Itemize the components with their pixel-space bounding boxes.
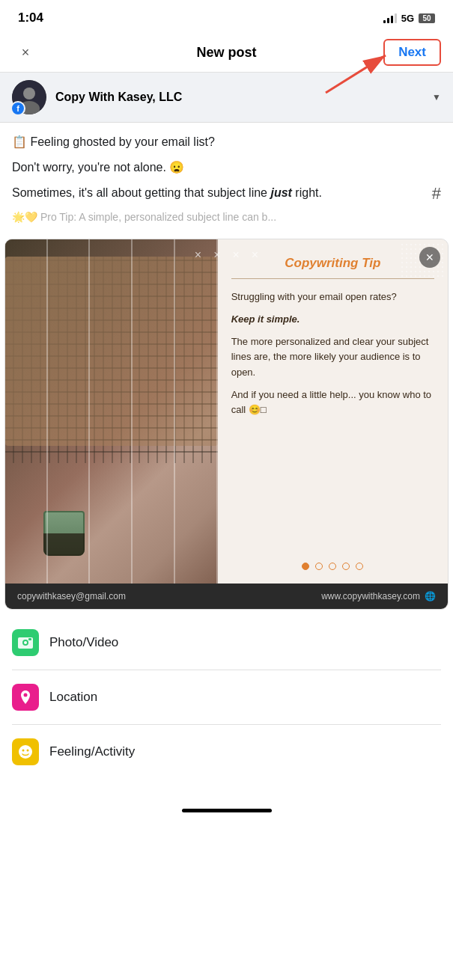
x-marks: × × × ×	[195, 248, 258, 262]
account-row[interactable]: f Copy With Kasey, LLC ▼	[0, 73, 453, 123]
facebook-badge: f	[10, 101, 25, 116]
image-card-inner: Copywriting Tip Struggling with your ema…	[5, 239, 448, 584]
tip-text-2: Keep it simple.	[231, 312, 434, 327]
photo-video-item[interactable]: Photo/Video	[12, 616, 441, 670]
post-line-2: Don't worry, you're not alone. 😦	[12, 159, 441, 177]
tip-body: Struggling with your email open rates? K…	[231, 290, 434, 417]
tip-text-3: The more personalized and clear your sub…	[231, 334, 434, 379]
post-partial-line: 🌟💛 Pro Tip: A simple, personalized subje…	[12, 209, 441, 225]
post-line-1: 📋 Feeling ghosted by your email list?	[12, 133, 441, 151]
footer-right: www.copywithkasey.com 🌐	[321, 591, 436, 601]
dropdown-icon[interactable]: ▼	[432, 92, 441, 102]
x-mark-4: ×	[252, 248, 258, 262]
vertical-lines	[5, 239, 218, 584]
x-mark-3: ×	[233, 248, 240, 262]
status-bar: 1:04 5G 50	[0, 0, 453, 33]
post-text-area[interactable]: 📋 Feeling ghosted by your email list? Do…	[0, 123, 453, 239]
post-line3-part1: Sometimes, it's all about getting that s…	[12, 186, 270, 199]
card-text-side: Copywriting Tip Struggling with your ema…	[218, 239, 448, 584]
svg-rect-8	[28, 638, 31, 640]
tip-text-1: Struggling with your email open rates?	[231, 290, 434, 304]
location-item[interactable]: Location	[12, 670, 441, 725]
signal-icon	[383, 13, 397, 23]
post-line3-bold: just	[270, 186, 291, 199]
page-title: New post	[196, 45, 256, 61]
dot-4	[342, 563, 350, 570]
footer-website: www.copywithkasey.com	[321, 591, 420, 601]
svg-point-12	[27, 750, 29, 752]
account-name: Copy With Kasey, LLC	[55, 91, 432, 104]
header: × New post Next	[0, 33, 453, 73]
card-footer: copywithkasey@gmail.com www.copywithkase…	[5, 584, 448, 609]
location-label: Location	[49, 690, 97, 705]
photo-video-label: Photo/Video	[49, 635, 118, 650]
card-photo	[5, 239, 218, 584]
svg-point-7	[24, 641, 27, 644]
card-close-button[interactable]: ✕	[419, 247, 440, 268]
feeling-icon	[12, 738, 39, 765]
network-label: 5G	[401, 13, 414, 24]
svg-point-3	[23, 88, 35, 99]
location-icon	[12, 684, 39, 711]
svg-point-10	[19, 745, 32, 759]
feeling-item[interactable]: Feeling/Activity	[12, 725, 441, 779]
post-line-3: Sometimes, it's all about getting that s…	[12, 184, 441, 202]
dot-3	[329, 563, 336, 570]
x-mark-2: ×	[213, 248, 220, 262]
hashtag-button[interactable]: #	[432, 181, 441, 206]
home-indicator	[0, 801, 453, 824]
home-bar	[182, 809, 272, 812]
status-time: 1:04	[18, 10, 43, 25]
image-card: × × × × ✕	[4, 239, 449, 610]
x-mark-1: ×	[195, 248, 201, 262]
footer-email: copywithkasey@gmail.com	[17, 591, 126, 601]
dot-1	[302, 563, 309, 570]
status-icons: 5G 50	[383, 13, 435, 24]
svg-point-9	[24, 693, 28, 697]
feeling-label: Feeling/Activity	[49, 744, 135, 759]
photo-video-icon	[12, 629, 39, 656]
svg-point-11	[22, 750, 25, 752]
next-button[interactable]: Next	[383, 39, 441, 66]
action-items: Photo/Video Location Feeling/Activity	[0, 616, 453, 779]
close-button[interactable]: ×	[12, 39, 39, 66]
avatar: f	[12, 80, 46, 114]
tip-text-4: And if you need a little help... you kno…	[231, 388, 434, 417]
post-line3-part2: right.	[292, 186, 322, 199]
dot-5	[356, 563, 363, 570]
dot-2	[315, 563, 323, 570]
battery-icon: 50	[419, 13, 435, 23]
globe-icon: 🌐	[425, 591, 436, 601]
pagination-dots	[231, 563, 434, 573]
